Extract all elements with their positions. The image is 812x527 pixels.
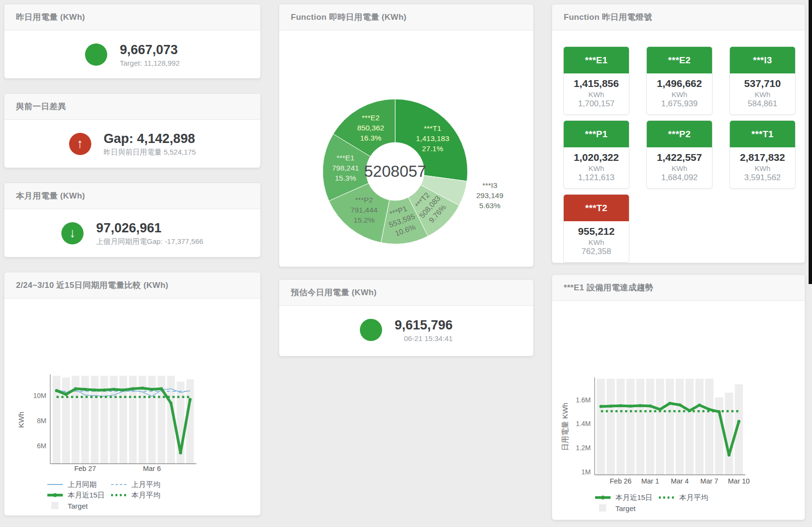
card-title: 預估今日用電量 (KWh) (291, 287, 377, 298)
svg-text:KWh: KWh (17, 412, 25, 428)
card-function-lights: Function 昨日用電燈號 ***E11,415,856KWh1,700,1… (552, 4, 805, 263)
stat-value: 9,667,073 (120, 43, 180, 57)
svg-text:Mar 10: Mar 10 (728, 477, 750, 485)
card-compare-header: 2/24~3/10 近15日同期用電量比較 (KWh) (4, 272, 260, 299)
screen-right-dark-strip (809, 0, 812, 284)
card-yesterday-usage: 昨日用電量 (KWh) 9,667,073 Target: 11,128,992 (4, 4, 261, 79)
donut-center-total: 5208057 (364, 162, 426, 180)
svg-text:Feb 26: Feb 26 (610, 477, 631, 485)
stat-subtext: 上個月同期用電Gap: -17,377,566 (96, 237, 203, 246)
donut-label-i3: ***I3293,1495.63% (476, 181, 503, 210)
tile-status-header-p1: ***P1 (564, 121, 629, 147)
column-right: Function 昨日用電燈號 ***E11,415,856KWh1,700,1… (552, 4, 805, 520)
tile-status-header-i3: ***I3 (730, 47, 795, 73)
green-status-circle-icon (360, 319, 382, 341)
light-tile-p1: ***P11,020,322KWh1,121,613 (563, 120, 629, 189)
compare-chart-legend: 上月同期上月平均本月近15日本月平均Target (47, 479, 260, 511)
card-estimate-header: 預估今日用電量 (KWh) (279, 280, 533, 306)
stat-row: 9,667,073 Target: 11,128,992 (4, 30, 260, 79)
tile-unit-i3: KWh (730, 90, 795, 99)
down-arrow-icon: ↓ (61, 222, 84, 244)
legend-item-上月同期[interactable]: 上月同期 (47, 480, 111, 489)
tile-target-e1: 1,700,157 (564, 99, 629, 109)
svg-text:Mar 6: Mar 6 (143, 465, 161, 472)
column-left: 昨日用電量 (KWh) 9,667,073 Target: 11,128,992… (4, 4, 261, 520)
card-month-usage: 本月用電量 (KWh) ↓ 97,026,961 上個月同期用電Gap: -17… (4, 183, 261, 257)
green-status-circle-icon (85, 43, 107, 66)
stat-value: 97,026,961 (96, 221, 203, 236)
stat-subtext: Target: 11,128,992 (120, 59, 180, 67)
tile-value-p1: 1,020,322 (564, 152, 629, 163)
legend-item-本月平均[interactable]: 本月平均 (658, 493, 722, 502)
svg-text:8M: 8M (37, 417, 46, 425)
tile-unit-e2: KWh (647, 90, 712, 99)
tile-unit-t1: KWh (730, 164, 795, 172)
legend-item-Target[interactable]: Target (47, 502, 111, 510)
lights-grid: ***E11,415,856KWh1,700,157***E21,496,662… (563, 46, 805, 263)
down-arrow-glyph: ↓ (69, 227, 76, 240)
tile-unit-p1: KWh (564, 164, 629, 172)
legend-label: 本月平均 (679, 493, 708, 502)
up-arrow-icon: ↑ (69, 133, 91, 155)
stat-value: 9,615,796 (395, 318, 453, 333)
card-lights-header: Function 昨日用電燈號 (552, 4, 805, 30)
legend-label: 上月同期 (68, 480, 97, 489)
tile-status-header-e2: ***E2 (647, 47, 712, 73)
svg-text:10M: 10M (33, 392, 46, 399)
svg-text:1.2M: 1.2M (576, 444, 591, 452)
legend-item-本月近15日[interactable]: 本月近15日 (47, 491, 111, 500)
card-title: 2/24~3/10 近15日同期用電量比較 (KWh) (16, 280, 169, 291)
legend-label: 上月平均 (131, 480, 160, 489)
card-title: 本月用電量 (KWh) (16, 190, 85, 201)
tile-unit-p2: KWh (647, 164, 712, 172)
function-realtime-donut-chart[interactable]: ***T11,413,18327.1%***I3293,1495.63%***T… (279, 30, 533, 263)
stat-subtext: 昨日與前日用電量 5,524,175 (104, 148, 196, 157)
card-function-realtime: Function 即時日用電量 (KWh) ***T11,413,18327.1… (279, 4, 534, 267)
light-tile-i3: ***I3537,710KWh584,861 (729, 46, 796, 115)
legend-item-本月平均[interactable]: 本月平均 (111, 491, 174, 500)
svg-text:1.6M: 1.6M (576, 396, 591, 404)
light-tile-p2: ***P21,422,557KWh1,684,092 (646, 120, 712, 189)
tile-target-t1: 3,591,562 (730, 173, 795, 183)
card-realtime-header: Function 即時日用電量 (KWh) (279, 4, 533, 30)
card-title: 昨日用電量 (KWh) (16, 12, 85, 23)
tile-value-e1: 1,415,856 (564, 78, 629, 89)
tile-target-t2: 762,358 (564, 247, 629, 256)
stat-row: ↑ Gap: 4,142,898 昨日與前日用電量 5,524,175 (4, 120, 260, 168)
legend-label: 本月近15日 (615, 493, 653, 502)
svg-text:Mar 1: Mar 1 (641, 477, 659, 485)
stat-row: ↓ 97,026,961 上個月同期用電Gap: -17,377,566 (4, 209, 260, 257)
column-middle: Function 即時日用電量 (KWh) ***T11,413,18327.1… (279, 4, 534, 520)
tile-unit-e1: KWh (564, 90, 629, 99)
tile-status-header-e1: ***E1 (564, 47, 629, 73)
tile-value-t2: 955,212 (564, 226, 629, 237)
card-month-usage-header: 本月用電量 (KWh) (4, 183, 260, 209)
card-day-gap: 與前一日差異 ↑ Gap: 4,142,898 昨日與前日用電量 5,524,1… (4, 93, 261, 168)
svg-text:Feb 27: Feb 27 (74, 465, 96, 472)
legend-item-上月平均[interactable]: 上月平均 (111, 480, 174, 489)
card-title: 與前一日差異 (16, 101, 66, 112)
stat-value: Gap: 4,142,898 (104, 131, 196, 146)
e1-trend-line-chart[interactable]: 1M1.2M1.4M1.6MFeb 26Mar 1Mar 4Mar 7Mar 1… (552, 301, 805, 488)
dashboard: 昨日用電量 (KWh) 9,667,073 Target: 11,128,992… (0, 0, 812, 520)
tile-target-i3: 584,861 (730, 99, 795, 109)
light-tile-t2: ***T2955,212KWh762,358 (563, 194, 629, 263)
tile-target-e2: 1,675,939 (647, 99, 712, 109)
legend-label: 本月平均 (131, 491, 160, 500)
stat-timestamp: 06-21 15:34:41 (395, 334, 453, 342)
svg-text:6M: 6M (37, 442, 46, 450)
legend-item-本月近15日[interactable]: 本月近15日 (595, 493, 658, 502)
stat-row: 9,615,796 06-21 15:34:41 (279, 306, 533, 354)
compare-15day-line-chart[interactable]: 6M8M10MFeb 27Mar 6KWh (4, 299, 260, 475)
card-title: ***E1 設備用電達成趨勢 (564, 282, 654, 293)
legend-label: 本月近15日 (68, 491, 105, 500)
tile-unit-t2: KWh (564, 238, 629, 246)
svg-text:Mar 4: Mar 4 (671, 477, 689, 485)
card-day-gap-header: 與前一日差異 (4, 94, 260, 120)
card-yesterday-usage-header: 昨日用電量 (KWh) (4, 4, 260, 30)
tile-status-header-t1: ***T1 (730, 121, 795, 147)
legend-item-Target[interactable]: Target (595, 504, 658, 513)
card-e1-trend: ***E1 設備用電達成趨勢 1M1.2M1.4M1.6MFeb 26Mar 1… (552, 274, 805, 520)
legend-label: Target (68, 502, 88, 510)
tile-status-header-p2: ***P2 (647, 121, 712, 147)
